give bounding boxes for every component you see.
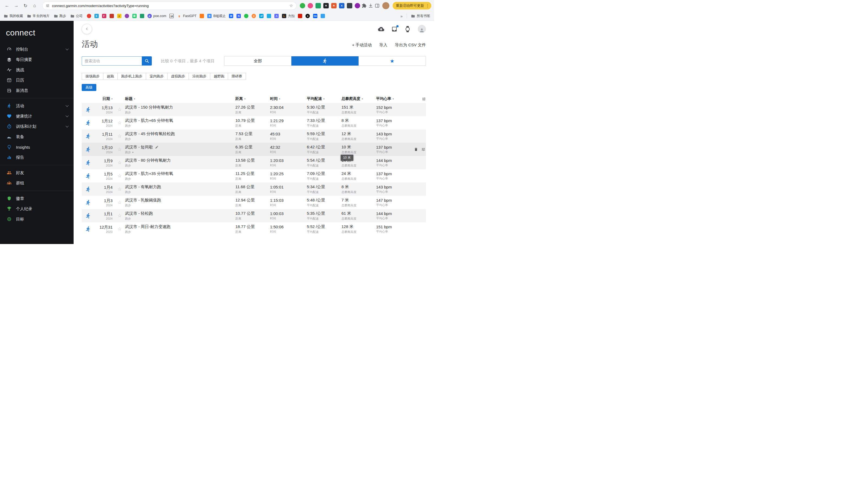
bookmark-folder[interactable]: 公司: [70, 14, 83, 19]
search-button[interactable]: [142, 56, 152, 65]
filter-chip[interactable]: 虚拟跑步: [167, 73, 189, 80]
address-bar[interactable]: connect.garmin.com/modern/activities?act…: [42, 2, 297, 10]
inbox-icon[interactable]: [391, 26, 398, 32]
bookmarks-overflow-icon[interactable]: »: [400, 14, 403, 19]
sidebar-item-activities[interactable]: 活动: [0, 101, 73, 111]
activity-title[interactable]: 武汉市 - 肌力+65 分钟有氧: [125, 118, 173, 123]
activity-row[interactable]: 1月1 2024 ☆ 武汉市 - 轻松跑 跑步: [82, 209, 426, 222]
bookmark[interactable]: 10: [169, 14, 174, 18]
filter-chip[interactable]: 越野跑: [210, 73, 228, 80]
bookmark-star-icon[interactable]: ☆: [289, 3, 293, 8]
sidebar-item-insights[interactable]: Insights: [0, 142, 73, 152]
bookmark[interactable]: [321, 14, 325, 18]
advanced-filter-button[interactable]: 高级: [82, 84, 96, 91]
extension-icon[interactable]: [308, 3, 313, 8]
puzzle-icon[interactable]: [362, 3, 367, 8]
bookmark-folder[interactable]: 我的收藏: [4, 14, 23, 19]
bookmark[interactable]: g FastGPT: [177, 14, 196, 18]
filter-chip[interactable]: 跑步机上跑步: [117, 73, 146, 80]
back-icon[interactable]: ←: [3, 1, 11, 10]
activity-title[interactable]: 武汉市 - 轻松跑: [125, 211, 153, 216]
side-panel-icon[interactable]: [375, 3, 380, 8]
bookmark-folder[interactable]: 跑步: [54, 14, 66, 19]
filter-chip[interactable]: 超跑: [103, 73, 118, 80]
delete-trash-icon[interactable]: [414, 147, 418, 151]
favorite-star-icon[interactable]: ☆: [114, 213, 125, 219]
activity-title[interactable]: 武汉市 - 肌力+35 分钟有氧: [125, 171, 173, 176]
menu-kebab-icon[interactable]: ⋮: [426, 3, 430, 8]
column-header-title[interactable]: 标题▾: [125, 96, 236, 101]
sidebar-item-groups[interactable]: 群组: [0, 178, 73, 188]
segment-all[interactable]: 全部: [224, 56, 291, 65]
filter-chip[interactable]: 室内跑步: [146, 73, 167, 80]
export-csv-link[interactable]: 导出为 CSV 文件: [395, 42, 426, 48]
sidebar-item-daily-summary[interactable]: 每日摘要: [0, 54, 73, 65]
bookmark[interactable]: [110, 14, 114, 18]
bookmark[interactable]: B B端观止: [207, 14, 226, 19]
download-icon[interactable]: [368, 3, 373, 8]
bookmark[interactable]: c: [252, 14, 256, 18]
activity-row[interactable]: 1月4 2024 ☆ 武汉市 - 有氧耐力跑 跑步: [82, 182, 426, 196]
activity-row[interactable]: 1月12 2024 ☆ 武汉市 - 肌力+65 分钟有氧 跑步: [82, 116, 426, 130]
extension-icon[interactable]: [347, 3, 352, 8]
type-dropdown-caret-icon[interactable]: ▾: [132, 151, 133, 153]
back-circle-button[interactable]: ‹: [82, 24, 92, 34]
bookmark[interactable]: [87, 14, 91, 18]
column-header-pace[interactable]: 平均配速▾: [307, 96, 341, 101]
favorite-star-icon[interactable]: ☆: [114, 133, 125, 139]
activity-row[interactable]: 1月5 2024 ☆ 武汉市 - 肌力+35 分钟有氧 跑步: [82, 169, 426, 182]
bookmark[interactable]: 译: [132, 14, 137, 18]
bookmark[interactable]: N: [237, 14, 241, 18]
extension-icon[interactable]: X: [339, 3, 344, 8]
bookmark[interactable]: c: [306, 14, 310, 18]
activity-title[interactable]: 武汉市 - 150 分钟有氧耐力: [125, 105, 173, 110]
sidebar-item-gear[interactable]: 装备: [0, 132, 73, 142]
home-icon[interactable]: ⌂: [30, 1, 39, 10]
segment-favorites[interactable]: ★: [359, 56, 426, 65]
activity-title[interactable]: 武汉市 - 80 分钟有氧耐力: [125, 158, 171, 163]
bookmark[interactable]: L 力扣: [282, 14, 294, 19]
sidebar-item-badges[interactable]: 徽章: [0, 193, 73, 204]
favorite-star-icon[interactable]: ☆: [114, 107, 125, 112]
bookmark[interactable]: [267, 14, 271, 18]
bookmark[interactable]: [244, 14, 248, 18]
filter-chip[interactable]: 操场跑步: [82, 73, 103, 80]
bookmark[interactable]: sf: [259, 14, 264, 18]
bookmark[interactable]: [140, 14, 144, 18]
extension-icon[interactable]: [315, 3, 321, 8]
bookmark[interactable]: b: [94, 14, 99, 18]
column-header-heart-rate[interactable]: 平均心率▾: [376, 96, 410, 101]
all-bookmarks[interactable]: 所有书签: [411, 14, 430, 19]
favorite-star-icon[interactable]: ☆: [114, 226, 125, 232]
activity-title[interactable]: 武汉市 - 有氧耐力跑: [125, 184, 161, 190]
segment-running[interactable]: [291, 56, 358, 65]
activity-title[interactable]: 武汉市 - 短间歇: [125, 145, 153, 150]
favorite-star-icon[interactable]: ☆: [114, 146, 125, 152]
sidebar-item-goals[interactable]: 目标: [0, 214, 73, 224]
bookmark[interactable]: On: [313, 14, 317, 18]
bookmark[interactable]: [125, 14, 129, 18]
column-header-date[interactable]: 日期▾: [95, 96, 114, 101]
favorite-star-icon[interactable]: ☆: [114, 173, 125, 179]
search-input[interactable]: [82, 56, 142, 65]
favorite-star-icon[interactable]: ☆: [114, 200, 125, 205]
activity-row[interactable]: 1月13 2024 ☆ 武汉市 - 150 分钟有氧耐力 跑步: [82, 103, 426, 116]
row-settings-icon[interactable]: [421, 147, 425, 151]
update-chip[interactable]: 重新启动即可更新 ⋮: [393, 2, 431, 9]
import-link[interactable]: 导入: [379, 42, 388, 48]
activity-title[interactable]: 武汉市 - 周日-耐力变速跑: [125, 224, 170, 229]
bookmark[interactable]: y: [117, 14, 122, 18]
bookmark-folder[interactable]: 常去的地方: [27, 14, 50, 19]
bookmark[interactable]: M: [229, 14, 233, 18]
column-settings-icon[interactable]: [410, 97, 426, 101]
upload-cloud-icon[interactable]: [378, 26, 384, 32]
activity-row[interactable]: 12月31 2023 ☆ 武汉市 - 周日-耐力变速跑 跑步: [82, 222, 426, 236]
sidebar-item-challenges[interactable]: 挑战: [0, 65, 73, 75]
filter-chip[interactable]: 障碍赛: [228, 73, 246, 80]
edit-pencil-icon[interactable]: [155, 145, 159, 149]
sidebar-item-dashboard[interactable]: 控制台: [0, 44, 73, 54]
extension-icon[interactable]: [355, 3, 360, 8]
bookmark[interactable]: F: [102, 14, 106, 18]
favorite-star-icon[interactable]: ☆: [114, 120, 125, 126]
tune-icon[interactable]: [46, 4, 50, 7]
